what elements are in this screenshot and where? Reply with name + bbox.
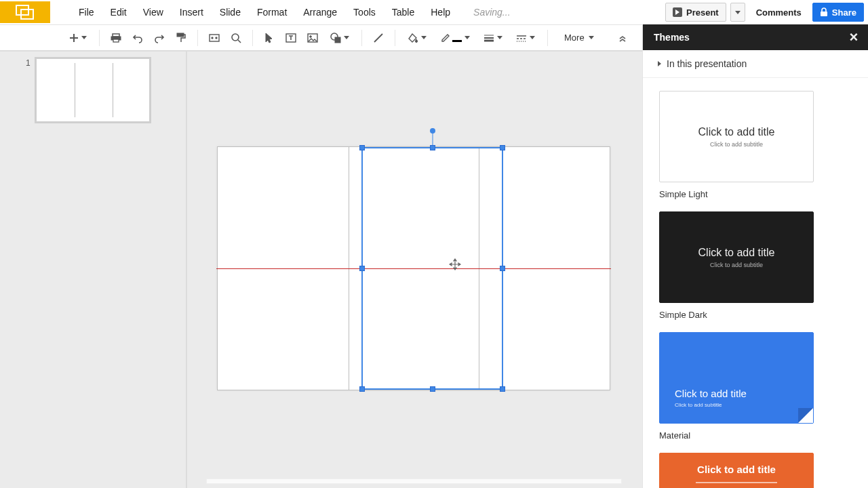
filmstrip-thumbnail[interactable] <box>35 57 151 123</box>
toolbar-more-label: More <box>564 33 585 43</box>
svg-rect-2 <box>821 12 827 16</box>
resize-handle-tm[interactable] <box>430 145 435 150</box>
chevron-down-icon <box>81 36 87 39</box>
canvas-area[interactable] <box>186 50 642 488</box>
resize-handle-ml[interactable] <box>359 266 365 271</box>
themes-close-button[interactable]: × <box>846 30 861 45</box>
selected-shape[interactable] <box>361 147 503 390</box>
svg-rect-3 <box>113 34 119 37</box>
themes-list: Click to add title Click to add subtitle… <box>643 81 868 488</box>
shape-tool[interactable] <box>325 28 355 47</box>
svg-rect-6 <box>177 33 184 37</box>
line-color-button[interactable] <box>435 28 475 47</box>
chevron-down-icon <box>589 36 594 39</box>
theme-name-material: Material <box>659 430 852 441</box>
canvas-bottom-strip <box>206 479 622 484</box>
menu-tools[interactable]: Tools <box>345 0 384 24</box>
toolbar-more[interactable]: More <box>564 33 594 43</box>
fill-color-button[interactable] <box>402 28 432 47</box>
menu-edit[interactable]: Edit <box>102 0 135 24</box>
theme-preview-subtitle: Click to add subtitle <box>710 141 763 148</box>
chevron-down-icon <box>735 11 741 14</box>
new-slide-button[interactable] <box>64 28 92 47</box>
theme-card-simple-dark[interactable]: Click to add title Click to add subtitle <box>659 211 814 303</box>
share-label: Share <box>832 7 856 18</box>
menu-view[interactable]: View <box>135 0 172 24</box>
svg-rect-15 <box>335 37 340 43</box>
resize-handle-mr[interactable] <box>500 266 505 271</box>
present-dropdown[interactable] <box>730 3 745 22</box>
toolbar-collapse[interactable] <box>614 30 631 46</box>
theme-preview-subtitle: Click to add subtitle <box>675 402 722 408</box>
menu-file[interactable]: File <box>71 0 102 24</box>
theme-preview-title: Click to add title <box>698 126 775 138</box>
menu-slide[interactable]: Slide <box>212 0 249 24</box>
zoom-fit-button[interactable] <box>205 28 224 47</box>
saving-status: Saving... <box>473 7 510 18</box>
themes-title: Themes <box>654 32 690 43</box>
theme-name-simple-light: Simple Light <box>659 189 852 199</box>
svg-point-13 <box>310 35 312 37</box>
line-color-swatch <box>452 40 462 42</box>
chevron-down-icon <box>497 36 502 39</box>
line-dash-button[interactable] <box>511 28 540 47</box>
chevron-down-icon <box>465 36 470 39</box>
app-header: File Edit View Insert Slide Format Arran… <box>0 0 868 24</box>
svg-rect-5 <box>113 39 119 42</box>
chevron-down-icon <box>530 36 535 39</box>
svg-point-8 <box>212 37 213 38</box>
redo-button[interactable] <box>150 28 169 47</box>
menu-format[interactable]: Format <box>249 0 295 24</box>
theme-card-orange[interactable]: Click to add title <box>659 453 814 488</box>
resize-handle-bl[interactable] <box>359 386 365 392</box>
share-button[interactable]: Share <box>812 3 864 22</box>
chevron-down-icon <box>344 36 349 39</box>
filmstrip-number: 1 <box>26 57 31 123</box>
theme-preview-subtitle: Click to add subtitle <box>710 262 763 268</box>
menu-insert[interactable]: Insert <box>172 0 212 24</box>
line-tool[interactable] <box>369 28 388 47</box>
material-fold-icon <box>798 408 813 423</box>
svg-point-9 <box>216 37 217 38</box>
play-icon <box>673 7 682 17</box>
comments-button[interactable]: Comments <box>749 3 808 22</box>
theme-card-simple-light[interactable]: Click to add title Click to add subtitle <box>659 91 814 182</box>
themes-header: Themes × <box>643 24 868 50</box>
textbox-tool[interactable] <box>281 28 300 47</box>
theme-preview-title: Click to add title <box>697 464 776 475</box>
caret-right-icon <box>658 61 661 66</box>
theme-preview-title: Click to add title <box>675 388 747 399</box>
line-weight-button[interactable] <box>478 28 508 47</box>
zoom-button[interactable] <box>226 28 245 47</box>
chevron-down-icon <box>421 36 427 39</box>
filmstrip-panel: 1 <box>0 50 186 488</box>
themes-section-label: In this presentation <box>667 58 747 69</box>
image-tool[interactable] <box>303 28 322 47</box>
resize-handle-tl[interactable] <box>359 145 365 150</box>
themes-section[interactable]: In this presentation <box>643 50 868 78</box>
filmstrip-slide-1[interactable]: 1 <box>26 57 151 123</box>
theme-preview-underline <box>696 482 777 483</box>
theme-name-simple-dark: Simple Dark <box>659 310 852 320</box>
menu-table[interactable]: Table <box>384 0 422 24</box>
undo-button[interactable] <box>128 28 147 47</box>
menu-bar: File Edit View Insert Slide Format Arran… <box>71 0 511 24</box>
menu-help[interactable]: Help <box>422 0 458 24</box>
resize-handle-bm[interactable] <box>430 386 435 392</box>
svg-point-10 <box>232 34 239 41</box>
theme-card-material[interactable]: Click to add title Click to add subtitle <box>659 332 814 424</box>
print-button[interactable] <box>106 28 125 47</box>
app-logo[interactable] <box>0 1 50 23</box>
rotation-handle[interactable] <box>430 128 435 134</box>
menu-arrange[interactable]: Arrange <box>295 0 345 24</box>
paint-format-button[interactable] <box>172 28 191 47</box>
present-label: Present <box>686 7 719 18</box>
resize-handle-br[interactable] <box>500 386 505 392</box>
resize-handle-tr[interactable] <box>500 145 505 150</box>
lock-icon <box>820 7 828 17</box>
themes-panel: Themes × In this presentation Click to a… <box>642 24 868 488</box>
theme-preview-title: Click to add title <box>698 247 775 259</box>
header-actions: Present Comments Share <box>665 0 864 24</box>
present-button[interactable]: Present <box>665 3 726 22</box>
select-tool[interactable] <box>260 28 279 47</box>
